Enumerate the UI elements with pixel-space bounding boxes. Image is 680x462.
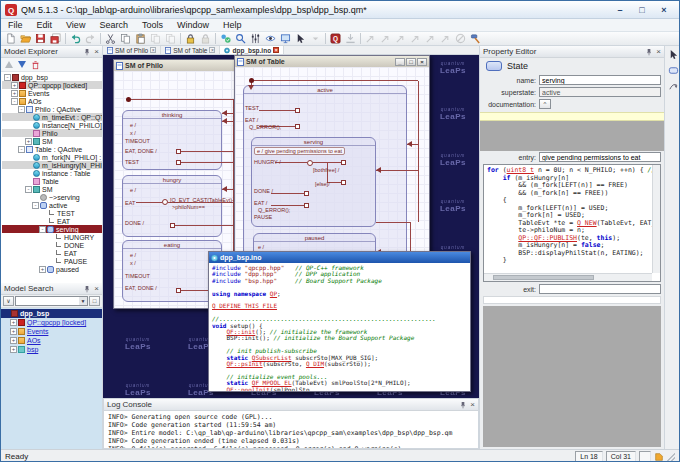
tree-item[interactable]: +SM [2,137,102,145]
expander-icon[interactable]: - [11,98,18,105]
expander-icon[interactable]: + [10,346,17,353]
close-button[interactable]: × [653,3,675,17]
select-pointer-button[interactable] [293,32,308,45]
new-model-button[interactable] [3,32,18,45]
pin-icon[interactable] [83,48,91,56]
tree-item[interactable]: -AOs [2,97,102,105]
lock-model-button[interactable] [183,32,198,45]
choice-point[interactable] [307,160,313,166]
initial-state-dot[interactable] [249,78,254,83]
pin-icon[interactable] [83,285,91,293]
editor-window-titlebar[interactable]: dpp_bsp.ino [209,252,470,263]
menu-file[interactable]: File [1,20,30,30]
state-eating[interactable]: eating [122,240,222,302]
expander-icon[interactable]: + [10,337,17,344]
expander-icon[interactable]: - [25,186,32,193]
close-panel-icon[interactable]: × [94,48,99,56]
maximize-button[interactable]: □ [631,3,653,17]
tab-close-icon[interactable]: × [150,47,156,53]
close-panel-icon[interactable]: × [656,48,661,56]
expander-icon[interactable]: - [18,146,25,153]
birdseye-view-button[interactable] [278,32,293,45]
menu-edit[interactable]: Edit [30,20,60,30]
expander-icon[interactable]: + [10,319,17,326]
expander-icon[interactable]: - [32,202,39,209]
tree-item[interactable]: Table [2,177,102,185]
connection-point[interactable] [295,124,300,129]
connection-point[interactable] [176,160,181,165]
pin-icon[interactable] [645,48,653,56]
expander-icon[interactable]: + [25,138,32,145]
save-model-button[interactable] [33,32,48,45]
collapse-toggle-button[interactable]: ^ [539,99,551,109]
code-editor-text[interactable]: #include "qpcpp.hpp" // QP-C++ framework… [209,263,470,391]
tree-item[interactable]: +paused [2,265,102,273]
connection-point[interactable] [304,203,309,208]
entry-horizontal-scrollbar[interactable] [484,273,652,281]
tree-item[interactable]: TEST [2,209,102,217]
tab-sm-of-philo[interactable]: SM of Philo × [103,46,161,54]
close-panel-icon[interactable]: × [470,401,475,409]
generate-code-button[interactable]: Q [328,32,343,45]
search-input[interactable] [16,297,79,305]
entry-summary-field[interactable] [539,152,661,162]
transition-tool-button[interactable] [667,80,680,93]
connection-point[interactable] [176,149,181,154]
expander-icon[interactable]: - [18,106,25,113]
copy-button[interactable] [118,32,133,45]
close-panel-icon[interactable]: × [94,285,99,293]
tree-item[interactable]: +bsp [1,345,102,354]
tree-item[interactable]: m_isHungry[N_PHI... [2,161,102,169]
scroll-thumb[interactable] [493,275,594,280]
code-editor-window[interactable]: dpp_bsp.ino #include "qpcpp.hpp" // QP-C… [208,251,471,392]
entry-code-editor[interactable]: for (uint8_t n = 0U; n < N_PHILO; ++n) {… [483,164,661,282]
expander-icon[interactable]: - [4,74,11,81]
save-all-button[interactable] [48,32,63,45]
tree-item[interactable]: DONE [2,241,102,249]
tree-item[interactable]: dpp_bsp [1,309,102,318]
tree-item[interactable]: +QP::qpcpp [locked] [2,81,102,89]
window-maximize-icon[interactable]: □ [406,58,416,66]
table-window-titlebar[interactable]: SM of Table _ □ × [235,56,429,67]
name-field[interactable] [539,75,661,85]
choice-point[interactable] [162,199,168,205]
tree-item[interactable]: -Philo : QActive [2,105,102,113]
connection-point[interactable] [176,288,181,293]
expander-icon[interactable]: + [10,328,17,335]
check-model-button[interactable] [218,32,233,45]
search-options-button[interactable]: □ [89,296,100,306]
philo-window-titlebar[interactable]: SM of Philo [114,60,242,71]
chevron-down-icon[interactable]: ▼ [79,297,87,305]
cut-button[interactable] [103,32,118,45]
tree-item[interactable]: +AOs [1,336,102,345]
minimize-button[interactable]: – [609,3,631,17]
tree-item[interactable]: -Table : QActive [2,145,102,153]
tree-item[interactable]: -serving [2,225,102,233]
tree-item[interactable]: Philo [2,129,102,137]
tree-item[interactable]: m_timeEvt : QP::QTi... [2,113,102,121]
move-up-icon[interactable] [5,61,13,68]
connection-point[interactable] [341,180,346,185]
state-tool-button[interactable] [667,64,680,77]
initial-state-dot[interactable] [126,97,131,102]
move-down-icon[interactable] [18,61,26,68]
tree-item[interactable]: -SM [2,185,102,193]
connection-point[interactable] [304,191,309,196]
expander-icon[interactable]: - [39,226,46,233]
tree-item[interactable]: HUNGRY [2,233,102,241]
tree-item[interactable]: +Events [2,89,102,97]
connection-point[interactable] [341,160,346,165]
window-close-icon[interactable]: × [417,58,427,66]
expander-icon[interactable]: + [11,82,18,89]
tab-close-icon[interactable]: × [209,47,215,53]
tree-item[interactable]: PAUSE [2,257,102,265]
zoom-tool-button[interactable] [233,32,248,45]
delete-icon[interactable] [31,60,40,70]
pin-icon[interactable] [459,401,467,409]
tree-item[interactable]: ~>serving [2,193,102,201]
pointer-tool-button[interactable] [667,48,680,61]
tree-item[interactable]: m_fork[N_PHILO] : ... [2,153,102,161]
menu-search[interactable]: Search [92,20,135,30]
tree-item[interactable]: -active [2,201,102,209]
tree-item[interactable]: EAT [2,217,102,225]
